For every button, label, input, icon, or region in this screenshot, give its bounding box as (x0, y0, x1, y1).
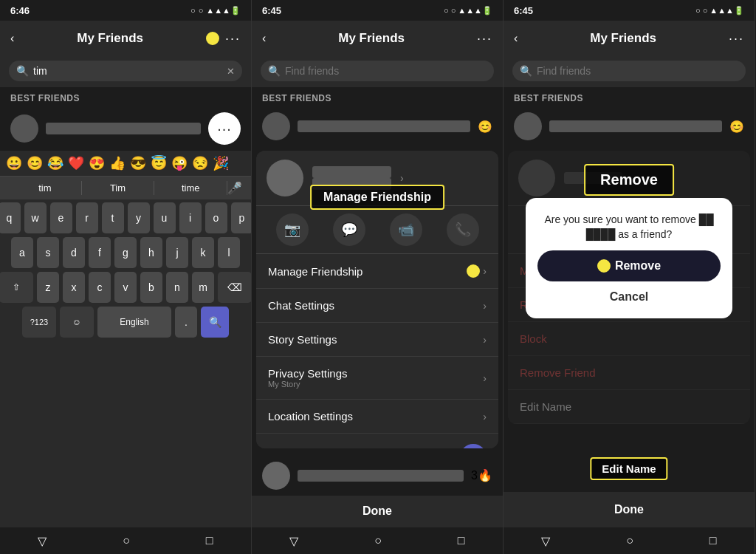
emoji-10[interactable]: 😒 (192, 155, 208, 171)
page-title-3: My Friends (590, 31, 656, 46)
nav-home-3[interactable]: ○ (626, 534, 633, 547)
menu-item-manage-friendship[interactable]: Manage Friendship › (256, 254, 498, 289)
action-camera-btn[interactable]: 📷 (276, 213, 309, 246)
confirm-cancel-button[interactable]: Cancel (610, 290, 648, 304)
emoji-8[interactable]: 😇 (151, 155, 167, 171)
action-call-btn[interactable]: 📞 (447, 213, 479, 246)
friend-row-2[interactable]: ████████ 😊 (252, 106, 503, 146)
emoji-3[interactable]: 😂 (47, 155, 63, 171)
nav-recent-2[interactable]: □ (458, 534, 465, 547)
search-input-1[interactable] (33, 65, 222, 77)
search-input-3[interactable] (537, 65, 738, 77)
menu-item-location-settings[interactable]: Location Settings › (256, 400, 498, 434)
key-c[interactable]: c (89, 272, 111, 303)
send-profile-btn[interactable]: › (460, 444, 487, 448)
key-g[interactable]: g (114, 237, 137, 268)
key-q[interactable]: q (0, 202, 21, 233)
search-input-wrap-2[interactable]: 🔍 (261, 61, 494, 81)
action-chat-btn[interactable]: 💬 (333, 213, 365, 246)
back-icon-3[interactable]: ‹ (514, 32, 518, 45)
key-shift[interactable]: ⇧ (0, 272, 33, 303)
dan-row-2[interactable]: Dan C 3🔥 (252, 456, 503, 496)
avatar-2 (262, 112, 290, 140)
menu-dots-2[interactable]: ··· (477, 31, 492, 47)
key-s[interactable]: s (37, 237, 59, 268)
emoji-2[interactable]: 😊 (27, 155, 43, 171)
top-bar-1: ‹ My Friends ··· (0, 21, 251, 56)
key-search[interactable]: 🔍 (201, 307, 229, 338)
emoji-11[interactable]: 🎉 (213, 155, 229, 171)
emoji-6[interactable]: 👍 (109, 155, 126, 171)
emoji-7[interactable]: 😎 (130, 155, 146, 171)
three-dots-btn-1[interactable]: ··· (208, 112, 241, 145)
edit-name-popup: Edit Name (590, 457, 667, 480)
key-t[interactable]: t (102, 202, 124, 233)
key-n[interactable]: n (166, 272, 188, 303)
emoji-4[interactable]: ❤️ (68, 155, 84, 171)
menu-item-send-profile[interactable]: Send Profile To... › (256, 434, 498, 448)
key-d[interactable]: d (63, 237, 85, 268)
key-r[interactable]: r (76, 202, 98, 233)
nav-home-2[interactable]: ○ (374, 534, 382, 547)
emoji-5[interactable]: 😍 (89, 155, 105, 171)
suggestion-3[interactable]: time (154, 181, 227, 195)
mic-icon[interactable]: 🎤 (227, 181, 242, 195)
key-period[interactable]: . (175, 307, 197, 338)
key-123[interactable]: ?123 (22, 307, 56, 338)
key-o[interactable]: o (205, 202, 227, 233)
menu-item-story-settings[interactable]: Story Settings › (256, 323, 498, 357)
key-j[interactable]: j (166, 237, 188, 268)
action-video-btn[interactable]: 📹 (390, 213, 422, 246)
key-u[interactable]: u (154, 202, 176, 233)
nav-recent-3[interactable]: □ (709, 534, 717, 547)
menu-item-privacy-settings[interactable]: Privacy Settings My Story › (256, 357, 498, 400)
friend-row-1[interactable]: ████████ ··· (0, 106, 251, 151)
search-input-2[interactable] (285, 65, 487, 77)
key-emoji[interactable]: ☺ (60, 307, 94, 338)
wifi-icon: ○ (199, 6, 204, 15)
key-x[interactable]: x (63, 272, 85, 303)
menu-dots-1[interactable]: ··· (225, 31, 241, 47)
battery-icon: ▲▲▲🔋 (206, 6, 241, 16)
emoji-9[interactable]: 😜 (171, 155, 188, 171)
clear-search-icon[interactable]: ✕ (227, 66, 235, 77)
key-space[interactable]: English (97, 307, 171, 338)
key-a[interactable]: a (11, 237, 33, 268)
key-b[interactable]: b (140, 272, 162, 303)
nav-recent-1[interactable]: □ (206, 534, 213, 547)
key-e[interactable]: e (50, 202, 72, 233)
suggestion-1[interactable]: tim (9, 181, 82, 195)
done-bar-2[interactable]: Done (252, 496, 503, 527)
nav-back-1[interactable]: ▽ (38, 534, 47, 548)
key-k[interactable]: k (192, 237, 214, 268)
nav-back-2[interactable]: ▽ (289, 534, 298, 548)
annotation-dot-1 (206, 32, 219, 45)
back-icon-1[interactable]: ‹ (10, 32, 14, 45)
friend-row-3[interactable]: ████████ 😊 (504, 106, 755, 146)
suggestion-2[interactable]: Tim (82, 181, 155, 195)
nav-home-1[interactable]: ○ (123, 534, 130, 547)
emoji-1[interactable]: 😀 (6, 155, 22, 171)
profile-chevron[interactable]: › (400, 172, 404, 184)
back-icon-2[interactable]: ‹ (262, 32, 266, 45)
key-h[interactable]: h (140, 237, 162, 268)
key-m[interactable]: m (192, 272, 214, 303)
confirm-remove-button[interactable]: Remove (537, 250, 721, 281)
key-backspace[interactable]: ⌫ (218, 272, 252, 303)
menu-item-text-manage: Manage Friendship (268, 265, 467, 278)
key-w[interactable]: w (24, 202, 47, 233)
search-input-wrap-3[interactable]: 🔍 (512, 61, 746, 81)
menu-dots-3[interactable]: ··· (729, 31, 744, 47)
key-y[interactable]: y (128, 202, 150, 233)
key-f[interactable]: f (89, 237, 111, 268)
done-bar-3[interactable]: Done (504, 492, 755, 527)
key-z[interactable]: z (37, 272, 59, 303)
menu-item-chat-settings[interactable]: Chat Settings › (256, 289, 498, 323)
key-l[interactable]: l (218, 237, 240, 268)
search-input-wrap-1[interactable]: 🔍 ✕ (9, 61, 242, 81)
key-p[interactable]: p (231, 202, 252, 233)
key-i[interactable]: i (179, 202, 202, 233)
key-v[interactable]: v (114, 272, 137, 303)
manage-friendship-popup: Manage Friendship (310, 185, 444, 210)
nav-back-3[interactable]: ▽ (541, 534, 550, 548)
